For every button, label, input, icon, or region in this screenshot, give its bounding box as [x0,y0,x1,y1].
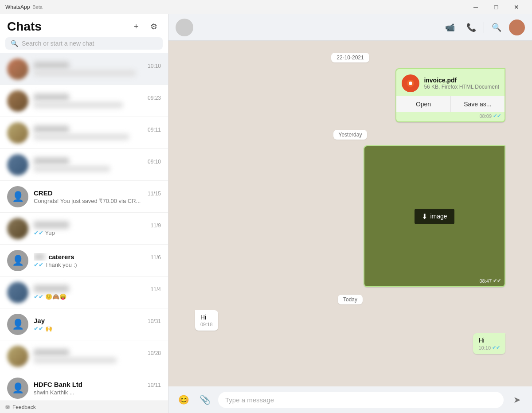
chat-content: 11/4 ✔✔ 🙂🙈😛 [34,285,161,300]
incoming-message: Hi 09:18 [195,310,218,331]
chat-content: Jay 10/31 ✔✔ 🙌 [34,317,161,332]
maximize-button[interactable]: □ [486,0,506,14]
chat-time: 09:23 [148,95,161,101]
send-icon: ➤ [513,394,521,405]
avatar: 👤 [7,314,28,335]
list-item[interactable]: 👤 caterers 11/6 ✔✔ Thank you :) [0,245,168,277]
phone-icon: 📞 [466,23,476,32]
titlebar-controls: ─ □ ✕ [466,0,527,14]
list-item[interactable]: 10:10 [0,53,168,85]
close-button[interactable]: ✕ [506,0,527,14]
image-bubble-footer: 08:47 ✔✔ [479,278,501,284]
sidebar-header: Chats + ⚙ [0,14,168,37]
chat-top: HDFC Bank Ltd 10/11 [34,381,161,388]
search-input[interactable] [22,40,157,47]
chat-time: 11/4 [151,286,161,292]
msg-row-incoming-hi: Hi 09:18 [195,310,505,331]
chat-content: HDFC Bank Ltd 10/11 shwin Karthik ... [34,381,161,396]
chat-top: CRED 11/15 [34,189,161,197]
list-item[interactable]: 👤 Jay 10/31 ✔✔ 🙌 [0,308,168,340]
input-area: 😊 📎 ➤ [168,386,532,413]
chat-time: 10/11 [148,382,161,388]
sidebar-title: Chats [7,19,42,34]
list-item[interactable]: 👤 CRED 11/15 Congrats! You just saved ₹7… [0,181,168,213]
chat-preview [34,166,110,172]
file-actions: Open Save as... [396,96,505,112]
chat-top: 11/4 [34,285,161,292]
date-label-oct: 22-10-2021 [331,53,369,62]
chat-name: Jay [34,317,45,324]
list-item[interactable]: 10/28 [0,340,168,372]
list-item[interactable]: 👤 HDFC Bank Ltd 10/11 shwin Karthik ... [0,372,168,401]
image-msg-tick: ✔✔ [493,278,501,284]
main-container: Chats + ⚙ 🔍 10:10 [0,14,532,413]
chat-content: 09:11 [34,125,161,140]
avatar [7,58,28,80]
chat-search-button[interactable]: 🔍 [488,19,505,36]
date-divider-yesterday: Yesterday [195,130,505,138]
list-item[interactable]: 09:11 [0,117,168,149]
save-file-button[interactable]: Save as... [450,96,505,112]
chat-name: caterers [34,253,74,261]
chat-content: 09:23 [34,94,161,108]
chat-header-avatar [176,19,193,36]
voice-call-button[interactable]: 📞 [462,19,480,36]
msg-time-row: 10:10 ✔✔ [478,345,500,351]
avatar [7,122,28,144]
feedback-label[interactable]: Feedback [12,404,36,410]
chat-content: 10/28 [34,349,161,363]
attach-icon: 📎 [200,394,211,405]
list-item[interactable]: 11/9 ✔✔ Yup [0,213,168,245]
chat-preview: ✔✔ 🙌 [34,325,161,332]
chat-preview: ✔✔ 🙂🙈😛 [34,293,161,300]
image-download-button[interactable]: ⬇ image [415,209,454,224]
msg-row-image: ⬇ image 08:47 ✔✔ [195,145,505,287]
feedback-bar: ✉ Feedback [0,401,168,413]
emoji-button[interactable]: 😊 [176,392,192,408]
video-call-button[interactable]: 📹 [441,19,459,36]
incoming-text: Hi [200,314,206,321]
list-item[interactable]: 09:10 [0,149,168,181]
attach-button[interactable]: 📎 [197,392,213,408]
chat-content: 10:10 [34,62,161,76]
chat-top: 09:23 [34,94,161,101]
image-msg-time: 08:47 [479,278,492,284]
chat-time: 11/6 [151,254,161,261]
message-input[interactable] [218,392,504,408]
chat-preview [34,357,117,363]
chat-preview: shwin Karthik ... [34,389,161,396]
chat-name [34,349,69,356]
msg-row-outgoing-hi: Hi 10:10 ✔✔ [195,333,505,354]
avatar: 👤 [7,250,28,271]
emoji-icon: 😊 [178,394,189,405]
chat-name [34,221,69,229]
settings-button[interactable]: ⚙ [147,19,161,34]
file-name: invoice.pdf [424,77,499,84]
chat-preview: ✔✔ Yup [34,230,161,236]
beta-label: Beta [32,4,43,10]
send-button[interactable]: ➤ [509,392,525,408]
chat-top: 11/9 [34,221,161,229]
chat-time: 09:10 [148,159,161,165]
chat-content: 09:10 [34,157,161,172]
chat-content: 11/9 ✔✔ Yup [34,221,161,236]
list-item[interactable]: 11/4 ✔✔ 🙂🙈😛 [0,277,168,308]
chat-time: 10:10 [148,63,161,69]
avatar: 👤 [7,378,28,399]
messages-area: 22-10-2021 [168,41,532,386]
open-file-button[interactable]: Open [396,96,450,112]
download-icon: ⬇ [422,212,427,221]
new-chat-button[interactable]: + [129,19,143,34]
list-item[interactable]: 09:23 [0,85,168,117]
file-msg-tick: ✔✔ [493,113,501,119]
chat-preview [34,134,129,140]
file-details: invoice.pdf 56 KB, Firefox HTML Document [424,77,499,90]
chat-top: Jay 10/31 [34,317,161,324]
date-label-today: Today [338,295,363,304]
file-info: invoice.pdf 56 KB, Firefox HTML Document [396,69,505,96]
image-bubble[interactable]: ⬇ image 08:47 ✔✔ [364,145,505,287]
incoming-time: 09:18 [200,322,213,327]
sidebar: Chats + ⚙ 🔍 10:10 [0,14,168,413]
minimize-button[interactable]: ─ [466,0,486,14]
video-icon: 📹 [445,23,455,32]
